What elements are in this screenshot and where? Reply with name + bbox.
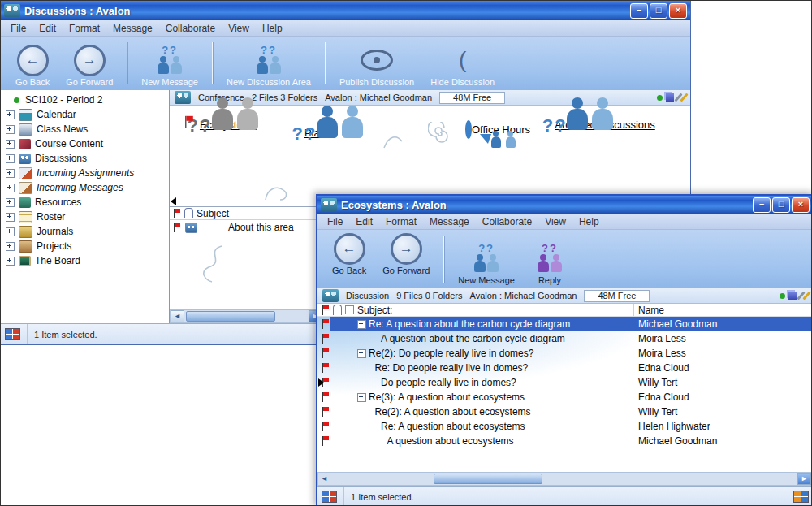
tree-item-the-board[interactable]: The Board: [1, 253, 169, 268]
tree-item-incoming-assignments[interactable]: Incoming Assignments: [1, 166, 169, 180]
minimize-button[interactable]: –: [630, 3, 648, 19]
go-forward-button[interactable]: → Go Forward: [59, 45, 119, 87]
expand-plus-icon[interactable]: [6, 198, 15, 207]
message-row[interactable]: Re(3): A question about ecosystems Edna …: [317, 390, 812, 404]
close-button[interactable]: ×: [792, 197, 810, 213]
desktop-icon-archived-discussions[interactable]: ?? Archived Discussions: [537, 115, 673, 131]
pane-collapse-arrow[interactable]: [171, 197, 176, 205]
pages-icon[interactable]: [788, 292, 797, 300]
expand-plus-icon[interactable]: [6, 154, 15, 163]
journals-icon: [19, 226, 32, 238]
window-people-icon: [321, 198, 337, 211]
scroll-left-button[interactable]: ◄: [318, 474, 330, 484]
close-button[interactable]: ×: [669, 3, 687, 19]
menu-item-view[interactable]: View: [538, 216, 572, 227]
tree-item-label: Course Content: [35, 138, 103, 149]
pages-icon[interactable]: [666, 93, 674, 102]
scrollbar-thumb[interactable]: [186, 311, 275, 322]
menu-item-help[interactable]: Help: [572, 216, 606, 227]
tree-item-class-news[interactable]: Class News: [1, 122, 169, 136]
publish-discussion-button[interactable]: Publish Discussion: [333, 45, 421, 87]
reply-button[interactable]: ?? Reply: [525, 244, 575, 285]
expand-plus-icon[interactable]: [6, 184, 15, 192]
desktop-icon-ecosystems[interactable]: ?? Ecosystems: [176, 115, 280, 131]
message-sender: Willy Tert: [638, 377, 677, 388]
new-message-button[interactable]: ?? New Message: [451, 244, 521, 285]
grid-view-icon[interactable]: [793, 491, 809, 503]
tree-item-discussions[interactable]: Discussions: [1, 151, 169, 166]
menu-item-collaborate[interactable]: Collaborate: [476, 216, 538, 227]
scroll-left-button[interactable]: ◄: [171, 310, 184, 322]
view-mode-icon[interactable]: [5, 328, 20, 340]
collapse-minus-icon[interactable]: [357, 393, 366, 402]
scrollbar-thumb[interactable]: [434, 474, 542, 484]
collapse-all-icon[interactable]: [345, 305, 354, 314]
maximize-button[interactable]: □: [772, 197, 790, 213]
pane-collapse-arrow[interactable]: [318, 378, 324, 387]
new-discussion-area-button[interactable]: ?? New Discussion Area: [220, 45, 317, 87]
menu-item-edit[interactable]: Edit: [349, 216, 379, 227]
tree-item-calendar[interactable]: Calendar: [1, 107, 169, 122]
tree-item-course-content[interactable]: Course Content: [1, 136, 169, 151]
collapse-minus-icon[interactable]: [357, 320, 366, 329]
tree-item-resources[interactable]: Resources: [1, 195, 169, 210]
tree-root-item[interactable]: SCI102 - Period 2: [1, 93, 169, 107]
hide-discussion-button[interactable]: ( Hide Discussion: [424, 45, 501, 87]
menu-item-format[interactable]: Format: [63, 23, 106, 34]
wave-doodle: [197, 243, 230, 285]
horizontal-scrollbar[interactable]: ◄ ►: [170, 309, 324, 323]
tree-item-journals[interactable]: Journals: [1, 224, 169, 239]
menu-item-format[interactable]: Format: [379, 216, 423, 227]
expand-plus-icon[interactable]: [6, 125, 15, 134]
expand-plus-icon[interactable]: [6, 110, 15, 119]
column-divider[interactable]: [633, 304, 634, 316]
maximize-button[interactable]: □: [650, 3, 667, 19]
status-text: 1 Item selected.: [351, 492, 414, 502]
title-bar[interactable]: Ecosystems : Avalon – □ ×: [317, 196, 812, 214]
tree-item-projects[interactable]: Projects: [1, 239, 169, 253]
message-row[interactable]: Re(2): Do people really live in domes? M…: [317, 346, 812, 361]
menu-item-help[interactable]: Help: [256, 23, 289, 34]
scroll-right-button[interactable]: ►: [797, 473, 811, 485]
menu-item-edit[interactable]: Edit: [32, 23, 63, 34]
menu-item-collaborate[interactable]: Collaborate: [159, 23, 222, 34]
go-back-button[interactable]: ← Go Back: [9, 45, 56, 87]
menu-item-file[interactable]: File: [4, 23, 32, 34]
message-sender: Michael Goodman: [638, 435, 717, 447]
expand-plus-icon[interactable]: [6, 213, 15, 222]
message-row[interactable]: Re: Do people really live in domes? Edna…: [317, 361, 812, 375]
expand-plus-icon[interactable]: [6, 169, 15, 178]
tree-item-incoming-messages[interactable]: Incoming Messages: [1, 180, 169, 195]
tree-item-label: Calendar: [37, 109, 76, 120]
collapse-minus-icon[interactable]: [357, 349, 366, 358]
message-row[interactable]: A question about ecosystems Michael Good…: [317, 434, 812, 448]
menu-item-view[interactable]: View: [222, 23, 256, 34]
message-column-header[interactable]: Subject: Name: [317, 304, 812, 317]
tree-item-roster[interactable]: Roster: [1, 210, 169, 224]
horizontal-scrollbar[interactable]: ◄ ►: [317, 472, 812, 486]
flag-icon: [322, 392, 330, 402]
expand-plus-icon[interactable]: [6, 227, 15, 236]
message-row[interactable]: A question about the carbon cycle diagra…: [317, 331, 812, 346]
go-forward-button[interactable]: → Go Forward: [376, 234, 436, 275]
view-mode-icon[interactable]: [322, 491, 337, 503]
new-message-button[interactable]: ?? New Message: [135, 45, 205, 87]
expand-plus-icon[interactable]: [6, 257, 15, 266]
minimize-button[interactable]: –: [753, 197, 771, 213]
menu-item-message[interactable]: Message: [106, 23, 159, 34]
message-row[interactable]: Re(2): A question about ecosystems Willy…: [317, 404, 812, 419]
menu-item-message[interactable]: Message: [423, 216, 476, 227]
go-back-button[interactable]: ← Go Back: [326, 234, 373, 275]
expand-plus-icon[interactable]: [6, 242, 15, 251]
menu-item-file[interactable]: File: [321, 216, 349, 227]
expand-plus-icon[interactable]: [6, 140, 15, 149]
message-subject: Re: A question about ecosystems: [381, 421, 525, 432]
message-row[interactable]: Re: A question about ecosystems Helen Hi…: [317, 419, 812, 434]
reply-icon: ??: [531, 244, 568, 273]
desktop-icon-plants[interactable]: ?? Plants: [272, 123, 366, 139]
title-bar[interactable]: Discussions : Avalon – □ ×: [1, 1, 690, 20]
message-row[interactable]: Re: A question about the carbon cycle di…: [317, 317, 812, 331]
tree-item-label: Projects: [37, 240, 71, 252]
message-row[interactable]: Do people really live in domes? Willy Te…: [317, 375, 812, 390]
flag-icon: [173, 209, 181, 218]
